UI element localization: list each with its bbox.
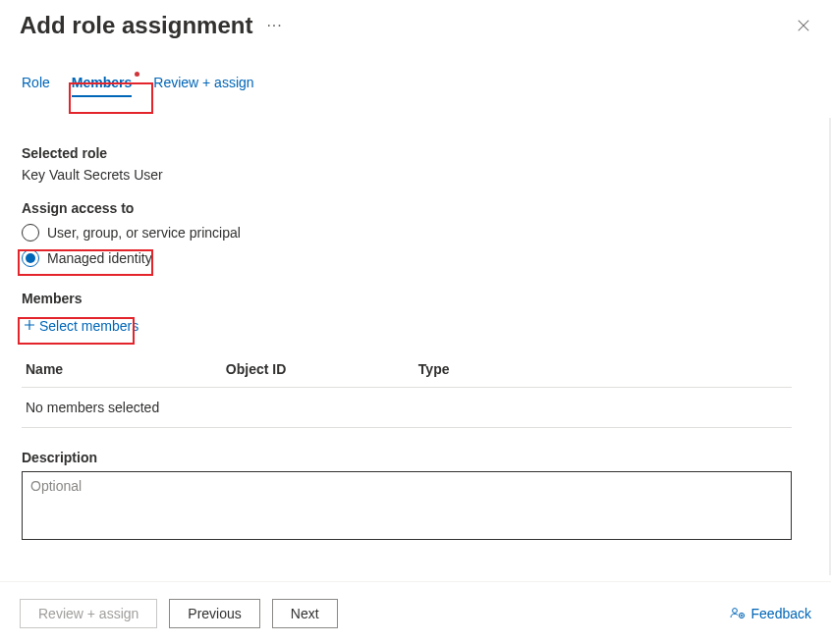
select-members-label: Select members: [39, 318, 138, 334]
review-assign-button[interactable]: Review + assign: [20, 599, 157, 628]
tab-members[interactable]: Members: [72, 75, 132, 98]
radio-user-group-label: User, group, or service principal: [47, 225, 241, 241]
col-name[interactable]: Name: [22, 351, 222, 388]
members-empty-row: No members selected: [22, 388, 792, 428]
more-actions-icon[interactable]: ···: [266, 12, 282, 39]
description-input[interactable]: [22, 471, 792, 540]
close-button[interactable]: [796, 18, 811, 33]
radio-managed-identity-label: Managed identity: [47, 250, 152, 266]
assign-access-label: Assign access to: [22, 200, 807, 216]
feedback-icon: [730, 606, 746, 621]
tab-members-dirty-dot-icon: [135, 72, 139, 77]
col-type[interactable]: Type: [415, 351, 792, 388]
tab-role[interactable]: Role: [22, 75, 50, 98]
tab-members-label: Members: [72, 75, 132, 90]
selected-role-label: Selected role: [22, 145, 807, 161]
next-button[interactable]: Next: [272, 599, 338, 628]
tab-content: Selected role Key Vault Secrets User Ass…: [0, 118, 831, 575]
svg-point-0: [732, 608, 737, 613]
members-table: Name Object ID Type No members selected: [22, 351, 792, 428]
radio-icon: [22, 249, 39, 267]
wizard-tabs: Role Members Review + assign: [0, 43, 831, 98]
feedback-link[interactable]: Feedback: [730, 606, 811, 621]
plus-icon: [24, 318, 35, 334]
radio-icon: [22, 224, 39, 242]
page-header: Add role assignment ···: [0, 0, 831, 43]
selected-role-value: Key Vault Secrets User: [22, 167, 807, 183]
wizard-footer: Review + assign Previous Next Feedback: [0, 581, 831, 644]
feedback-label: Feedback: [751, 606, 811, 621]
members-label: Members: [22, 291, 807, 306]
page-title: Add role assignment: [20, 12, 252, 39]
tab-review-assign[interactable]: Review + assign: [153, 75, 253, 98]
col-object-id[interactable]: Object ID: [222, 351, 415, 388]
select-members-button[interactable]: Select members: [22, 316, 140, 336]
radio-user-group-service-principal[interactable]: User, group, or service principal: [22, 224, 807, 242]
previous-button[interactable]: Previous: [169, 599, 259, 628]
close-icon: [797, 19, 810, 32]
description-label: Description: [22, 450, 807, 465]
radio-managed-identity[interactable]: Managed identity: [22, 249, 807, 267]
